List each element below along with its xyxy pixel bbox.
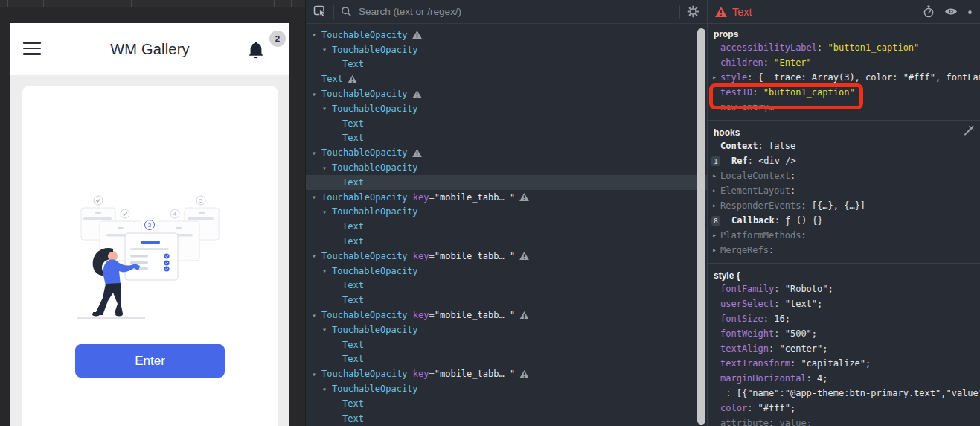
- tree-row[interactable]: ▾TouchableOpacity: [306, 160, 707, 175]
- style-key[interactable]: fontFamily: [720, 284, 774, 294]
- style-key[interactable]: fontSize: [720, 314, 763, 324]
- inspect-element-icon[interactable]: [313, 5, 327, 18]
- style-key[interactable]: textAlign: [720, 343, 769, 354]
- hook-name[interactable]: ResponderEvents: [720, 200, 801, 211]
- expand-caret-icon[interactable]: ▾: [322, 385, 332, 393]
- style-row[interactable]: fontFamily: "Roboto";: [708, 282, 980, 296]
- style-value[interactable]: 16;: [774, 314, 790, 324]
- style-value[interactable]: "capitalize";: [801, 358, 871, 369]
- expand-caret-icon[interactable]: ▾: [322, 267, 332, 275]
- style-value[interactable]: "center";: [779, 343, 827, 354]
- style-key[interactable]: fontWeight: [720, 328, 774, 339]
- prop-row[interactable]: testID: "button1_caption": [708, 85, 980, 100]
- expand-caret-icon[interactable]: ▾: [322, 208, 332, 216]
- tree-row[interactable]: Text: [306, 131, 707, 146]
- hook-name[interactable]: LocaleContext: [720, 171, 790, 181]
- hook-value[interactable]: <div />: [758, 156, 796, 166]
- tree-row[interactable]: Text: [306, 57, 707, 72]
- hook-value[interactable]: ƒ () {}: [785, 215, 823, 226]
- expand-caret-icon[interactable]: ▾: [322, 45, 332, 54]
- view-source-eye-icon[interactable]: [944, 7, 958, 16]
- style-row[interactable]: userSelect: "text";: [708, 296, 980, 311]
- tree-row[interactable]: Text: [306, 337, 707, 352]
- bell-icon[interactable]: [246, 41, 266, 62]
- collapse-caret-icon[interactable]: ▸: [712, 70, 717, 85]
- style-row[interactable]: marginHorizontal: 4;: [708, 371, 980, 386]
- tree-row[interactable]: Text: [306, 71, 707, 86]
- style-key[interactable]: textTransform: [720, 358, 790, 369]
- hook-name[interactable]: Ref: [731, 156, 748, 166]
- hook-row[interactable]: ▸MergeRefs:: [708, 243, 980, 258]
- tree-row[interactable]: ▾TouchableOpacity: [306, 145, 707, 160]
- collapse-caret-icon[interactable]: ▸: [712, 183, 717, 198]
- collapse-caret-icon[interactable]: ▸: [712, 168, 717, 183]
- tree-row[interactable]: ▾TouchableOpacity: [306, 28, 707, 42]
- tree-row[interactable]: Text: [306, 219, 707, 234]
- hook-value[interactable]: false: [769, 141, 795, 151]
- prop-key[interactable]: style: [720, 72, 747, 83]
- tree-row[interactable]: Text: [306, 116, 707, 131]
- prop-value[interactable]: "button1_caption": [763, 87, 855, 98]
- hook-value[interactable]: [{…}, {…}]: [812, 200, 865, 211]
- style-key[interactable]: marginHorizontal: [720, 373, 807, 384]
- prop-value[interactable]: "Enter": [774, 57, 812, 68]
- hook-name[interactable]: Callback: [731, 215, 775, 226]
- hook-name[interactable]: PlatformMethods: [720, 230, 801, 241]
- hook-row[interactable]: ▸LocaleContext:: [708, 168, 980, 183]
- style-value[interactable]: 4;: [817, 373, 827, 384]
- search-input[interactable]: Search (text or /regex/): [359, 6, 673, 17]
- prop-row[interactable]: ▸style: { trace: Array(3), color: "#fff"…: [708, 70, 980, 85]
- debug-bug-icon[interactable]: [967, 7, 973, 17]
- style-value[interactable]: "500";: [785, 328, 817, 339]
- style-value[interactable]: "#fff";: [758, 403, 796, 413]
- style-key[interactable]: color: [720, 403, 747, 413]
- collapse-caret-icon[interactable]: ▸: [712, 243, 717, 258]
- style-row[interactable]: _: [{"name":"@app-theme:btn-primary.text…: [708, 386, 980, 401]
- tree-row[interactable]: ▾TouchableOpacity: [306, 101, 707, 116]
- style-row[interactable]: fontSize: 16;: [708, 311, 980, 326]
- expand-caret-icon[interactable]: ▾: [322, 104, 332, 112]
- style-value[interactable]: "text";: [785, 299, 823, 309]
- profiler-timer-icon[interactable]: [923, 5, 935, 18]
- style-row[interactable]: textAlign: "center";: [708, 341, 980, 356]
- style-key[interactable]: attribute: [720, 418, 769, 426]
- tree-row[interactable]: ▾TouchableOpacity key="mobile_tabb… ": [306, 190, 707, 205]
- expand-caret-icon[interactable]: ▾: [312, 193, 321, 201]
- tree-row[interactable]: Text: [306, 396, 707, 411]
- style-value[interactable]: value;: [779, 418, 811, 426]
- collapse-caret-icon[interactable]: ▸: [712, 228, 717, 243]
- expand-caret-icon[interactable]: ▾: [322, 164, 332, 172]
- prop-row[interactable]: new entry…: [708, 100, 980, 115]
- prop-row[interactable]: accessibilityLabel: "button1_caption": [708, 40, 980, 55]
- prop-value[interactable]: "button1_caption": [828, 42, 920, 53]
- prop-value[interactable]: { trace: Array(3), color: "#fff", fontFa…: [758, 72, 980, 83]
- hook-name[interactable]: ElementLayout: [720, 185, 790, 196]
- tree-row[interactable]: ▾TouchableOpacity: [306, 205, 707, 220]
- collapse-caret-icon[interactable]: ▸: [712, 198, 717, 213]
- expand-caret-icon[interactable]: ▾: [312, 31, 321, 39]
- enter-button[interactable]: Enter: [75, 344, 225, 378]
- tree-row[interactable]: Text: [306, 352, 707, 367]
- prop-key[interactable]: children: [720, 57, 763, 68]
- hook-row[interactable]: 8Callback: ƒ () {}: [708, 213, 980, 228]
- prop-key[interactable]: testID: [720, 87, 752, 98]
- expand-caret-icon[interactable]: ▾: [312, 311, 321, 320]
- style-row[interactable]: color: "#fff";: [708, 401, 980, 416]
- parse-hooks-wand-icon[interactable]: [963, 125, 974, 139]
- tree-row[interactable]: Text: [306, 234, 707, 249]
- style-key[interactable]: userSelect: [720, 299, 774, 309]
- expand-caret-icon[interactable]: ▾: [312, 252, 321, 260]
- style-row[interactable]: attribute: value;: [708, 416, 980, 426]
- tree-row[interactable]: ▾TouchableOpacity: [306, 381, 707, 396]
- style-row[interactable]: textTransform: "capitalize";: [708, 356, 980, 371]
- prop-row[interactable]: children: "Enter": [708, 55, 980, 70]
- settings-gear-icon[interactable]: [687, 5, 699, 18]
- style-row[interactable]: fontWeight: "500";: [708, 326, 980, 341]
- tree-row[interactable]: ▾TouchableOpacity key="mobile_tabb… ": [306, 366, 707, 381]
- hook-name[interactable]: MergeRefs: [720, 245, 769, 255]
- menu-icon[interactable]: [23, 42, 41, 57]
- tree-row[interactable]: ▾TouchableOpacity: [306, 322, 707, 337]
- tree-row[interactable]: Text: [306, 175, 707, 190]
- hook-row[interactable]: ▸ElementLayout:: [708, 183, 980, 198]
- tree-row[interactable]: ▾TouchableOpacity: [306, 42, 707, 57]
